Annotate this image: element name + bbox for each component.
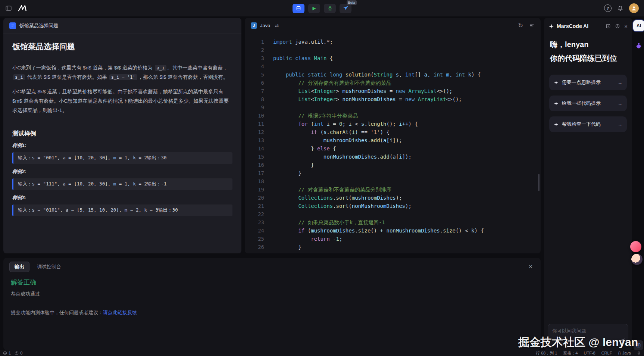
samples-heading: 测试样例: [12, 130, 232, 138]
sparkle-icon: [554, 80, 559, 85]
indent-setting[interactable]: 空格：4: [563, 350, 578, 356]
code-line: 3public class Main {: [245, 54, 541, 62]
language-mode[interactable]: {} Java: [618, 351, 631, 355]
format-code-button[interactable]: [529, 23, 535, 28]
user-avatar[interactable]: [629, 3, 639, 13]
person-icon: [631, 5, 637, 11]
language-label: Java: [260, 23, 270, 28]
arrow-icon: →: [618, 80, 622, 85]
floating-widget-button[interactable]: [634, 340, 643, 350]
bug-icon: [327, 6, 333, 11]
practice-icon[interactable]: [634, 41, 644, 51]
output-tabbar: 输出 调试控制台 ×: [3, 258, 541, 274]
submit-button[interactable]: Beta: [340, 4, 351, 13]
eol-setting[interactable]: CRLF: [601, 351, 612, 355]
statusbar-bell[interactable]: [637, 351, 641, 355]
line-number: 25: [245, 235, 273, 243]
ai-assistant-icon[interactable]: AI: [633, 20, 644, 31]
code-line: 21 Collections.sort(nonMushroomDishes);: [245, 202, 541, 210]
line-number: 9: [245, 103, 273, 112]
suggestion-card[interactable]: 帮我检查一下代码→: [549, 116, 627, 132]
editor-tabbar: J Java ⇄ ↻: [245, 18, 541, 33]
code-line: 13 mushroomDishes.add(a[i]);: [245, 136, 541, 144]
tab-output[interactable]: 输出: [9, 262, 29, 272]
error-counter[interactable]: 1: [3, 351, 11, 355]
code-line: 24 if (mushroomDishes.size() + nonMushro…: [245, 227, 541, 235]
language-switch-icon[interactable]: ⇄: [275, 23, 279, 28]
problem-body: 饭馆菜品选择问题 小C来到了一家饭馆，这里共有 $n$ 道菜，第 $i$ 道菜的…: [3, 34, 241, 253]
code-line: 5 public static long solution(String s, …: [245, 71, 541, 79]
line-number: 6: [245, 79, 273, 87]
play-icon: ▶: [312, 6, 316, 10]
line-number: 13: [245, 136, 273, 144]
help-button[interactable]: ?: [604, 4, 612, 12]
history-button[interactable]: [615, 24, 620, 29]
suggestion-label: 需要一点思路提示: [562, 79, 601, 86]
tab-java[interactable]: J Java ⇄: [251, 22, 279, 29]
code-line: 23 // 如果总菜品数小于k，直接返回-1: [245, 218, 541, 227]
assistant-input-box: [548, 324, 628, 346]
format-icon: [529, 23, 535, 28]
line-number: 24: [245, 227, 273, 235]
problem-description: 小C来到了一家饭馆，这里共有 $n$ 道菜，第 $i$ 道菜的价格为 a_i。其…: [12, 63, 232, 115]
close-assistant-button[interactable]: ×: [624, 23, 628, 29]
code-line: 19 // 对含蘑菇和不含蘑菇的菜品分别排序: [245, 185, 541, 194]
assistant-input[interactable]: [548, 324, 628, 346]
code-line: 11 for (int i = 0; i < s.length(); i++) …: [245, 120, 541, 128]
feedback-row: 提交功能内测体验中，任何问题或者建议：请点此链接反馈: [11, 309, 533, 316]
line-number: 23: [245, 218, 273, 227]
line-number: 18: [245, 177, 273, 185]
assistant-title: MarsCode AI: [557, 23, 588, 29]
sample-block: 输入：s = "111", a = [10, 20, 30], m = 1, k…: [12, 178, 232, 190]
send-button[interactable]: [619, 338, 625, 344]
code-line: 9: [245, 103, 541, 112]
close-output-button[interactable]: ×: [526, 263, 535, 271]
sparkle-icon: [554, 101, 559, 106]
code-area[interactable]: 1import java.util.*;23public class Main …: [245, 33, 541, 251]
code-line: 8 List<Integer> nonMushroomDishes = new …: [245, 95, 541, 103]
reset-code-button[interactable]: ↻: [518, 22, 523, 29]
floating-user-avatar[interactable]: [631, 254, 643, 265]
code-line: 6 // 分别存储含有蘑菇和不含蘑菇的菜品: [245, 79, 541, 87]
line-number: 14: [245, 144, 273, 153]
inline-code: a_i: [155, 65, 167, 71]
suggestion-label: 给我一些代码提示: [562, 100, 601, 107]
tab-debug-console[interactable]: 调试控制台: [37, 263, 61, 270]
line-number: 10: [245, 112, 273, 120]
code-line: 20 Collections.sort(mushroomDishes);: [245, 194, 541, 202]
notifications-button[interactable]: [617, 5, 623, 12]
line-number: 20: [245, 194, 273, 202]
inline-code: s_i: [13, 74, 25, 80]
run-button[interactable]: ▶: [308, 4, 320, 13]
debug-button[interactable]: [324, 4, 336, 13]
divider: [12, 123, 232, 123]
history-icon: [615, 24, 620, 29]
encoding-setting[interactable]: UTF-8: [584, 351, 595, 355]
new-chat-button[interactable]: [606, 24, 611, 29]
layout-button[interactable]: [293, 4, 304, 13]
sample-label: 样例3:: [12, 194, 232, 201]
sparkle-icon: [554, 122, 559, 127]
code-line: 25 return -1;: [245, 235, 541, 243]
line-number: 4: [245, 62, 273, 71]
suggestion-card[interactable]: 需要一点思路提示→: [549, 75, 627, 90]
sidebar-toggle-button[interactable]: [5, 5, 12, 12]
editor-scrollbar[interactable]: [538, 174, 540, 191]
feedback-link[interactable]: 请点此链接反馈: [103, 310, 137, 315]
feedback-text: 提交功能内测体验中，任何问题或者建议：: [11, 310, 103, 315]
help-icon: ?: [604, 4, 612, 12]
floating-plugin-avatar[interactable]: [630, 241, 641, 252]
cursor-position[interactable]: 行 68，列 1: [536, 350, 557, 356]
code-line: 12 if (s.charAt(i) == '1') {: [245, 128, 541, 136]
send-icon: [619, 338, 625, 344]
output-body: 解答正确 恭喜成功通过 提交功能内测体验中，任何问题或者建议：请点此链接反馈: [3, 274, 541, 320]
warning-counter[interactable]: 0: [15, 351, 22, 355]
editor-panel: J Java ⇄ ↻ 1import java.util.*;23public …: [245, 18, 541, 253]
greeting-line2: 你的代码陪练已到位: [550, 53, 626, 63]
line-number: 5: [245, 71, 273, 79]
line-number: 22: [245, 210, 273, 218]
code-line: 17 }: [245, 169, 541, 177]
topbar: ▶ Beta ?: [0, 0, 644, 16]
problem-title: 饭馆菜品选择问题: [12, 41, 232, 58]
suggestion-card[interactable]: 给我一些代码提示→: [549, 96, 627, 111]
